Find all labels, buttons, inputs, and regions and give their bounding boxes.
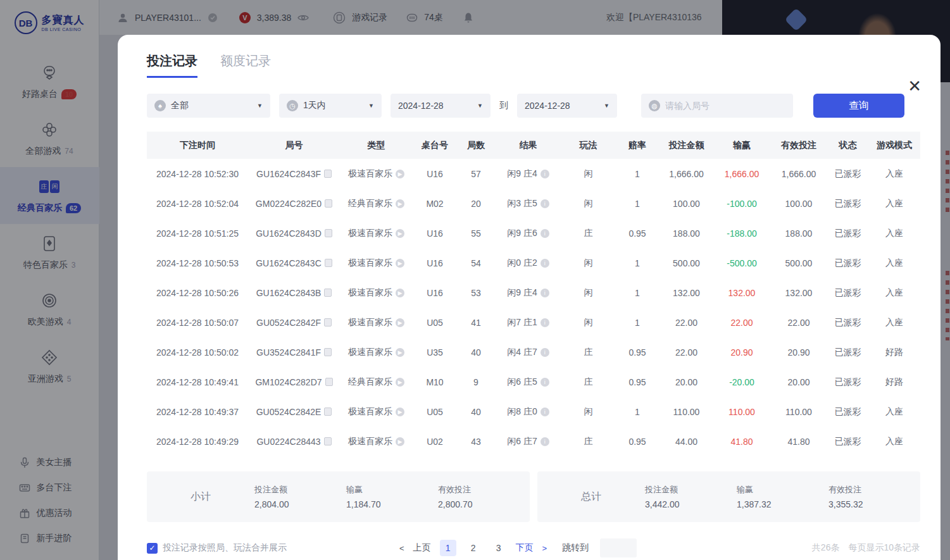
copy-icon[interactable]: [325, 378, 333, 386]
cell-odds: 1: [615, 189, 659, 218]
play-icon[interactable]: ▶: [396, 378, 404, 387]
next-arrow-icon[interactable]: >: [542, 544, 547, 553]
cell-status: 已派彩: [827, 189, 868, 218]
play-icon[interactable]: ▶: [396, 199, 404, 208]
cell-game-type: 极速百家乐▶: [340, 397, 413, 426]
cell-bet-time: 2024-12-28 10:49:37: [147, 397, 248, 426]
cell-round-id: GU1624C2843F: [248, 159, 340, 189]
copy-icon[interactable]: [325, 199, 332, 208]
info-icon[interactable]: i: [541, 408, 549, 416]
cell-play-type: 庄: [561, 426, 615, 456]
play-icon[interactable]: ▶: [396, 318, 404, 327]
jump-to-input[interactable]: [600, 538, 637, 557]
subtotal-bet: 投注金额 2,804.00: [254, 484, 346, 509]
info-icon[interactable]: i: [541, 259, 549, 268]
cell-result: 闲0 庄2i: [495, 248, 561, 278]
page-button-2[interactable]: 2: [465, 540, 482, 556]
cell-play-type: 庄: [561, 367, 615, 397]
play-icon[interactable]: ▶: [396, 229, 404, 238]
copy-icon[interactable]: [325, 259, 332, 267]
play-icon[interactable]: ▶: [396, 437, 404, 446]
game-type-select[interactable]: ♠ 全部 ▼: [147, 94, 270, 118]
total-box: 总计 投注金额 3,442.00 输赢 1,387.32 有效投注 3,355.…: [537, 471, 920, 522]
info-icon[interactable]: i: [541, 170, 549, 178]
info-icon[interactable]: i: [541, 199, 549, 208]
info-icon[interactable]: i: [541, 378, 549, 387]
cell-winloss: -500.00: [713, 248, 770, 278]
copy-icon[interactable]: [324, 437, 332, 445]
cell-status: 已派彩: [827, 218, 868, 248]
cell-valid-bet: 188.00: [770, 218, 827, 248]
play-icon[interactable]: ▶: [396, 348, 404, 357]
tab-credit-records[interactable]: 额度记录: [220, 53, 271, 78]
prev-arrow-icon[interactable]: <: [399, 544, 404, 553]
cell-status: 已派彩: [827, 159, 868, 189]
cell-bet-amount: 1,666.00: [659, 159, 713, 189]
copy-icon[interactable]: [324, 289, 332, 297]
cell-bet-amount: 500.00: [659, 248, 713, 278]
cell-play-type: 庄: [561, 218, 615, 248]
copy-icon[interactable]: [324, 318, 332, 327]
cell-bet-time: 2024-12-28 10:50:53: [147, 248, 248, 278]
copy-icon[interactable]: [324, 170, 332, 178]
cell-winloss: -100.00: [713, 189, 770, 218]
copy-icon[interactable]: [324, 348, 332, 356]
merge-checkbox[interactable]: ✓: [147, 543, 158, 554]
spade-icon: ♠: [154, 100, 166, 111]
tab-bet-records[interactable]: 投注记录: [147, 53, 197, 78]
cell-game-count: 9: [457, 367, 495, 397]
total-winloss-label: 输赢: [737, 484, 828, 495]
info-icon[interactable]: i: [541, 437, 549, 446]
cell-bet-amount: 22.00: [659, 337, 713, 367]
play-icon[interactable]: ▶: [396, 170, 404, 178]
cell-play-type: 庄: [561, 337, 615, 367]
time-range-select[interactable]: ◷ 1天内 ▼: [279, 94, 382, 118]
next-page-button[interactable]: 下页: [516, 542, 534, 554]
table-row: 2024-12-28 10:49:29 GU0224C28443 极速百家乐▶ …: [147, 426, 920, 456]
copy-icon[interactable]: [325, 229, 332, 237]
info-icon[interactable]: i: [541, 229, 549, 238]
cell-table-no: U05: [413, 397, 457, 426]
cell-game-type: 极速百家乐▶: [340, 159, 413, 189]
cell-result: 闲9 庄4i: [495, 278, 561, 308]
close-icon[interactable]: ✕: [908, 78, 922, 94]
cell-result: 闲8 庄0i: [495, 397, 561, 426]
info-icon[interactable]: i: [541, 289, 549, 297]
copy-icon[interactable]: [324, 408, 332, 416]
round-id-input[interactable]: [665, 101, 785, 111]
cell-game-type: 极速百家乐▶: [340, 337, 413, 367]
cell-game-mode: 入座: [868, 218, 920, 248]
cell-bet-amount: 22.00: [659, 308, 713, 337]
cell-winloss: -188.00: [713, 218, 770, 248]
date-to-label: 到: [499, 100, 508, 111]
cell-round-id: GU0524C2842E: [248, 397, 340, 426]
cell-game-type: 极速百家乐▶: [340, 218, 413, 248]
cell-game-count: 41: [457, 308, 495, 337]
play-icon[interactable]: ▶: [396, 289, 404, 297]
col-header-round: 局号: [248, 132, 340, 159]
col-header-odds: 赔率: [615, 132, 659, 159]
date-to-picker[interactable]: 2024-12-28 ▼: [517, 94, 617, 118]
cell-bet-amount: 110.00: [659, 397, 713, 426]
play-icon[interactable]: ▶: [396, 408, 404, 416]
round-id-search[interactable]: ◍: [641, 94, 793, 118]
cell-bet-amount: 20.00: [659, 367, 713, 397]
cell-bet-time: 2024-12-28 10:49:29: [147, 426, 248, 456]
table-row: 2024-12-28 10:52:04 GM0224C282E0 经典百家乐▶ …: [147, 189, 920, 218]
date-from-picker[interactable]: 2024-12-28 ▼: [391, 94, 491, 118]
cell-bet-time: 2024-12-28 10:50:07: [147, 308, 248, 337]
info-icon[interactable]: i: [541, 348, 549, 357]
cell-valid-bet: 22.00: [770, 308, 827, 337]
clock-icon: ◷: [287, 100, 298, 111]
cell-bet-time: 2024-12-28 10:50:02: [147, 337, 248, 367]
info-icon[interactable]: i: [541, 318, 549, 327]
play-icon[interactable]: ▶: [396, 259, 404, 268]
prev-page-button[interactable]: 上页: [413, 542, 431, 554]
query-button[interactable]: 查询: [813, 94, 904, 118]
cell-odds: 0.95: [615, 218, 659, 248]
cell-result: 闲9 庄6i: [495, 218, 561, 248]
page-button-1[interactable]: 1: [440, 540, 456, 556]
records-table-body: 2024-12-28 10:52:30 GU1624C2843F 极速百家乐▶ …: [147, 159, 920, 456]
cell-round-id: GU0224C28443: [248, 426, 340, 456]
page-button-3[interactable]: 3: [491, 540, 507, 556]
